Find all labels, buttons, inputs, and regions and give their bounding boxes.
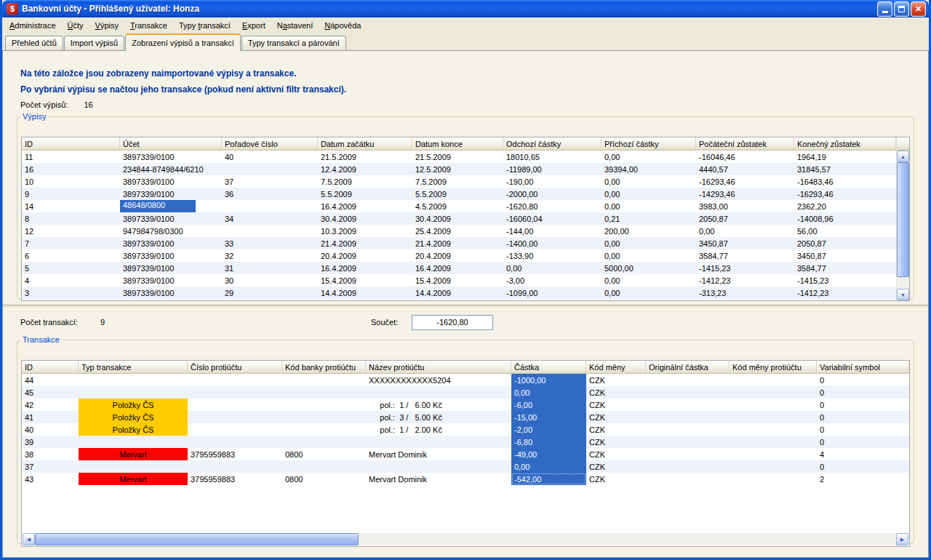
statement-row[interactable]: 12947984798/030010.3.200925.4.2009-144,0…	[22, 225, 896, 237]
statement-row[interactable]: 16234844-8749844/621012.4.200912.5.2009-…	[22, 163, 896, 175]
cell-kod-banky-protiuctu[interactable]	[282, 436, 366, 448]
cell-pocatecni-zustatek[interactable]: -313,23	[696, 287, 794, 299]
statement-row[interactable]: 53897339/01003116.4.200916.4.20090,00500…	[22, 262, 896, 274]
cell-poradove-cislo[interactable]: 29	[222, 287, 318, 299]
cell-prichozi-castky[interactable]: 0,00	[602, 175, 696, 188]
cell-kod-banky-protiuctu[interactable]	[282, 411, 366, 423]
statement-row[interactable]: 43897339/01003015.4.200915.4.2009-3,000,…	[22, 274, 896, 287]
cell-id[interactable]: 4	[22, 274, 120, 287]
cell-datum-zacatku[interactable]: 16.4.2009	[318, 262, 412, 274]
cell-kod-banky-protiuctu[interactable]	[282, 423, 366, 436]
cell-odchozi-castky[interactable]: -133,90	[503, 249, 602, 262]
column-header-variabilni-symbol[interactable]: Variabilní symbol	[817, 361, 909, 374]
cell-typ-transakce[interactable]: Položky ČS	[79, 399, 188, 411]
transactions-horizontal-scrollbar[interactable]	[23, 533, 908, 545]
cell-kod-meny-protiuctu[interactable]	[730, 448, 817, 460]
column-header-konecny-zustatek[interactable]: Konečný zůstatek	[794, 137, 896, 151]
column-header-kod-meny-protiuctu[interactable]: Kód měny protiúčtu	[730, 361, 817, 374]
cell-ucet[interactable]: 947984798/0300	[120, 225, 222, 237]
cell-poradove-cislo[interactable]: 31	[222, 262, 318, 274]
statement-row[interactable]: 103897339/0100377.5.20097.5.2009-190,000…	[22, 175, 896, 188]
cell-konecny-zustatek[interactable]: 2362,20	[794, 200, 896, 212]
cell-poradove-cislo[interactable]: 32	[222, 249, 318, 262]
cell-ucet[interactable]: 48648/0800	[120, 200, 222, 212]
cell-poradove-cislo[interactable]: 33	[222, 237, 318, 249]
cell-variabilni-symbol[interactable]: 0	[817, 411, 909, 423]
transaction-row[interactable]: 450,00CZK0	[22, 386, 909, 399]
column-header-pocatecni-zustatek[interactable]: Počáteční zůstatek	[696, 137, 794, 151]
cell-poradove-cislo[interactable]	[222, 200, 318, 212]
scrollbar-track[interactable]	[35, 533, 896, 545]
menu-item-export[interactable]: Export	[236, 17, 271, 33]
transaction-row[interactable]: 43Mervart37959598830800Mervart Dominik-5…	[22, 473, 909, 485]
cell-pocatecni-zustatek[interactable]: -16046,46	[696, 151, 794, 163]
cell-datum-zacatku[interactable]: 21.4.2009	[318, 237, 412, 249]
cell-typ-transakce[interactable]	[79, 386, 188, 399]
column-header-id[interactable]: ID	[22, 361, 79, 374]
transaction-row[interactable]: 40Položky ČS pol.: 1 / 2.00 Kč-2,00CZK0	[22, 423, 909, 436]
column-header-kod-banky-protiuctu[interactable]: Kód banky protiúčtu	[282, 361, 366, 374]
cell-originalni-castka[interactable]	[646, 448, 730, 460]
transaction-row[interactable]: 42Položky ČS pol.: 1 / 6.00 Kč-6,00CZK0	[22, 399, 909, 411]
cell-castka[interactable]: 0,00	[511, 460, 586, 473]
cell-pocatecni-zustatek[interactable]: 4440,57	[696, 163, 794, 175]
close-button[interactable]	[911, 1, 926, 17]
cell-castka[interactable]: -2,00	[511, 423, 586, 436]
cell-cislo-protiuctu[interactable]: 3795959883	[188, 448, 282, 460]
cell-ucet[interactable]: 3897339/0100	[120, 249, 222, 262]
cell-id[interactable]: 11	[22, 151, 120, 163]
sum-field[interactable]: -1620,80	[412, 315, 493, 330]
cell-kod-banky-protiuctu[interactable]: 0800	[282, 473, 366, 485]
cell-prichozi-castky[interactable]: 200,00	[602, 225, 696, 237]
cell-ucet[interactable]: 3897339/0100	[120, 262, 222, 274]
scroll-right-button[interactable]	[896, 533, 908, 545]
cell-kod-meny[interactable]: CZK	[586, 399, 646, 411]
cell-odchozi-castky[interactable]: -144,00	[503, 225, 602, 237]
cell-ucet[interactable]: 3897339/0100	[120, 237, 222, 249]
column-header-originalni-castka[interactable]: Originální částka	[646, 361, 730, 374]
transaction-row[interactable]: 370,00CZK0	[22, 460, 909, 473]
cell-id[interactable]: 9	[22, 188, 120, 200]
cell-typ-transakce[interactable]: Položky ČS	[79, 411, 188, 423]
menu-item-transakce[interactable]: Transakce	[124, 17, 173, 33]
cell-cislo-protiuctu[interactable]	[188, 374, 282, 386]
tab-prehled-uctu[interactable]: Přehled účtů	[5, 36, 63, 50]
cell-nazev-protiuctu[interactable]: Mervart Dominik	[366, 448, 511, 460]
column-header-poradove-cislo[interactable]: Pořadové číslo	[222, 137, 318, 151]
cell-castka[interactable]: -6,00	[511, 399, 586, 411]
menu-item-napoveda[interactable]: Nápověda	[319, 17, 367, 33]
scrollbar-track[interactable]	[897, 162, 909, 289]
cell-id[interactable]: 7	[22, 237, 120, 249]
cell-odchozi-castky[interactable]: -1400,00	[503, 237, 602, 249]
cell-id[interactable]: 45	[22, 386, 79, 399]
cell-odchozi-castky[interactable]: -1620,80	[503, 200, 602, 212]
column-header-id[interactable]: ID	[22, 137, 120, 151]
cell-datum-konce[interactable]: 25.4.2009	[412, 225, 503, 237]
cell-nazev-protiuctu[interactable]: pol.: 1 / 6.00 Kč	[366, 399, 511, 411]
cell-pocatecni-zustatek[interactable]: 0,00	[696, 225, 794, 237]
cell-ucet[interactable]: 3897339/0100	[120, 188, 222, 200]
cell-originalni-castka[interactable]	[646, 374, 730, 386]
scrollbar-thumb[interactable]	[35, 533, 359, 545]
cell-originalni-castka[interactable]	[646, 411, 730, 423]
cell-prichozi-castky[interactable]: 0,00	[602, 274, 696, 287]
cell-kod-meny-protiuctu[interactable]	[730, 399, 817, 411]
cell-kod-meny[interactable]: CZK	[586, 374, 646, 386]
cell-odchozi-castky[interactable]: -1099,00	[503, 287, 602, 299]
column-header-odchozi-castky[interactable]: Odchozí částky	[503, 137, 602, 151]
cell-cislo-protiuctu[interactable]: 3795959883	[188, 473, 282, 485]
cell-konecny-zustatek[interactable]: -1415,23	[794, 274, 896, 287]
cell-id[interactable]: 38	[22, 448, 79, 460]
cell-nazev-protiuctu[interactable]	[366, 386, 511, 399]
cell-poradove-cislo[interactable]: 30	[222, 274, 318, 287]
cell-kod-meny-protiuctu[interactable]	[730, 460, 817, 473]
cell-castka[interactable]: 0,00	[511, 386, 586, 399]
cell-poradove-cislo[interactable]: 34	[222, 212, 318, 225]
cell-cislo-protiuctu[interactable]	[188, 436, 282, 448]
cell-kod-meny[interactable]: CZK	[586, 411, 646, 423]
cell-originalni-castka[interactable]	[646, 473, 730, 485]
cell-ucet[interactable]: 234844-8749844/6210	[120, 163, 222, 175]
cell-originalni-castka[interactable]	[646, 460, 730, 473]
cell-konecny-zustatek[interactable]: -1412,23	[794, 287, 896, 299]
cell-datum-zacatku[interactable]: 12.4.2009	[318, 163, 412, 175]
